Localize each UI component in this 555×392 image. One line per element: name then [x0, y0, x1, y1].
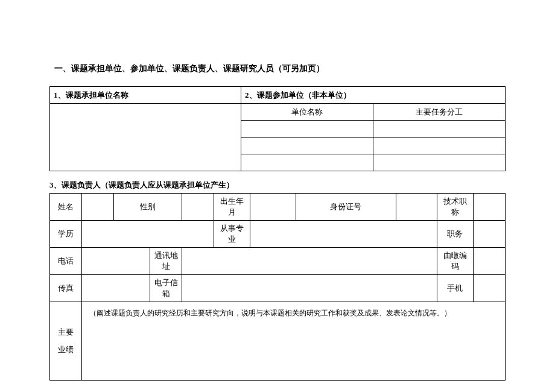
- field-mobile-label: 手机: [437, 275, 473, 302]
- field-email-label: 电子信箱: [150, 275, 182, 302]
- col-unit-name: 单位名称: [241, 104, 373, 121]
- participating-unit-1-name: [241, 121, 373, 138]
- participating-unit-3-task: [373, 154, 506, 171]
- section3-label: 3、课题负责人（课题负责人应从课题承担单位产生）: [49, 180, 506, 191]
- field-techtitle-value: [474, 194, 506, 221]
- field-address-label: 通讯地址: [150, 248, 182, 275]
- field-email-value: [182, 275, 437, 302]
- field-major-label: 从事专业: [214, 221, 250, 248]
- field-education-value: [81, 221, 214, 248]
- field-postcode-value: [474, 248, 506, 275]
- field-birth-value: [250, 194, 296, 221]
- field-achievements-hint: （阐述课题负责人的研究经历和主要研究方向，说明与本课题相关的研究工作和获奖及成果…: [81, 302, 505, 381]
- section-title: 一、课题承担单位、参加单位、课题负责人、课题研究人员（可另加页）: [49, 63, 506, 74]
- field-mobile-value: [474, 275, 506, 302]
- field-phone-label: 电话: [50, 248, 82, 275]
- field-name-value: [81, 194, 113, 221]
- participating-unit-2-task: [373, 138, 506, 154]
- field-education-label: 学历: [50, 221, 82, 248]
- participating-unit-2-name: [241, 138, 373, 154]
- section1-label: 1、课题承担单位名称: [50, 87, 241, 104]
- participating-unit-1-task: [373, 121, 506, 138]
- section-1-2-table: 1、课题承担单位名称 2、课题参加单位（非本单位） 单位名称 主要任务分工: [49, 86, 506, 171]
- field-birth-label: 出生年月: [214, 194, 250, 221]
- field-gender-value: [182, 194, 214, 221]
- field-techtitle-label: 技术职称: [437, 194, 473, 221]
- section2-label: 2、课题参加单位（非本单位）: [241, 87, 506, 104]
- field-idno-value: [396, 194, 437, 221]
- field-name-label: 姓名: [50, 194, 82, 221]
- field-gender-label: 性别: [113, 194, 182, 221]
- field-major-value: [250, 221, 437, 248]
- field-position-label: 职务: [437, 221, 473, 248]
- section3-table: 姓名 性别 出生年月 身份证号 技术职称 学历 从事专业 职务 电话 通讯地址 …: [49, 193, 506, 381]
- field-idno-label: 身份证号: [296, 194, 396, 221]
- field-address-value: [182, 248, 437, 275]
- field-fax-label: 传真: [50, 275, 82, 302]
- field-phone-value: [81, 248, 150, 275]
- field-fax-value: [81, 275, 150, 302]
- field-position-value: [474, 221, 506, 248]
- undertaking-unit-cell: [50, 104, 241, 171]
- participating-unit-3-name: [241, 154, 373, 171]
- field-mainperf-label: 主要 业绩: [50, 302, 82, 381]
- col-main-task: 主要任务分工: [373, 104, 506, 121]
- field-postcode-label: 由暾编码: [437, 248, 473, 275]
